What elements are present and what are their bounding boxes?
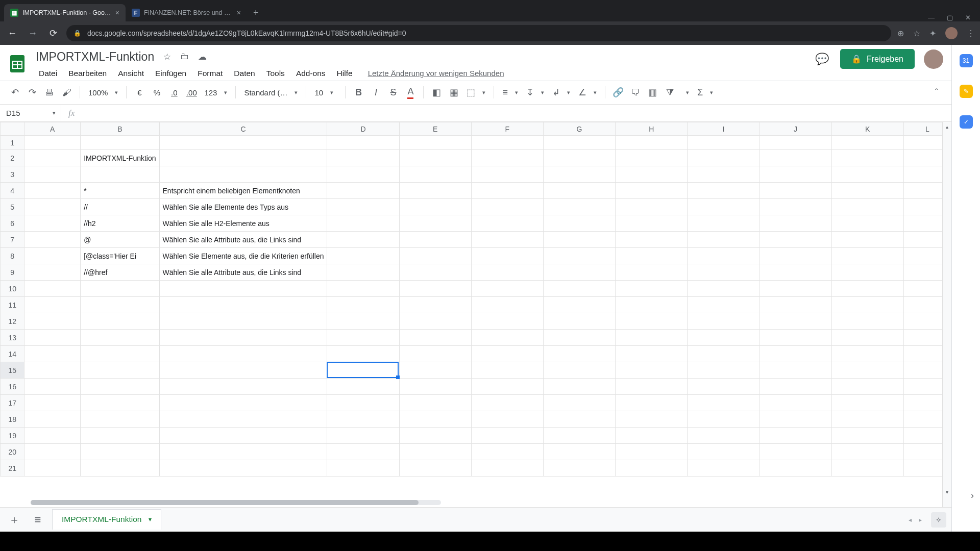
cell[interactable] [81, 379, 159, 395]
comments-button[interactable]: 💬 [814, 51, 831, 68]
cell[interactable] [543, 281, 615, 297]
strikethrough-button[interactable]: S [385, 84, 401, 101]
star-icon[interactable]: ☆ [163, 52, 171, 62]
cell[interactable] [399, 248, 471, 264]
cell[interactable] [471, 199, 543, 215]
cell[interactable] [327, 264, 399, 281]
cell[interactable] [159, 346, 327, 362]
cell[interactable] [399, 264, 471, 281]
last-edit-link[interactable]: Letzte Änderung vor wenigen Sekunden [368, 67, 504, 80]
close-icon[interactable]: × [115, 9, 119, 17]
cell[interactable] [543, 166, 615, 183]
cell[interactable] [831, 232, 903, 248]
extensions-icon[interactable]: ✦ [929, 29, 936, 38]
cell[interactable] [616, 379, 688, 395]
cell[interactable] [760, 248, 831, 264]
row-header[interactable]: 2 [1, 150, 24, 166]
cell[interactable] [543, 411, 615, 428]
cell[interactable] [543, 136, 615, 150]
cell[interactable] [616, 444, 688, 460]
cell[interactable] [471, 248, 543, 264]
cell[interactable] [688, 395, 760, 411]
cell[interactable] [688, 150, 760, 166]
cell[interactable] [616, 411, 688, 428]
cell[interactable] [471, 264, 543, 281]
cell[interactable] [471, 460, 543, 477]
column-header[interactable]: I [688, 122, 760, 136]
cell[interactable] [471, 411, 543, 428]
cell[interactable] [760, 215, 831, 232]
cell[interactable] [688, 330, 760, 346]
cell[interactable] [24, 379, 81, 395]
menu-format[interactable]: Format [192, 67, 228, 80]
cell[interactable] [24, 248, 81, 264]
cell[interactable] [760, 428, 831, 444]
cell[interactable] [543, 150, 615, 166]
number-format-select[interactable]: 123 [201, 88, 230, 97]
cell[interactable] [760, 183, 831, 199]
cell[interactable] [831, 460, 903, 477]
italic-button[interactable]: I [368, 84, 383, 101]
cell[interactable] [81, 297, 159, 313]
cell[interactable] [616, 346, 688, 362]
menu-data[interactable]: Daten [229, 67, 260, 80]
cell[interactable] [543, 460, 615, 477]
cell[interactable] [471, 166, 543, 183]
cell[interactable] [760, 444, 831, 460]
cell[interactable] [24, 313, 81, 330]
row-header[interactable]: 9 [1, 264, 24, 281]
column-header[interactable]: C [159, 122, 327, 136]
cell[interactable] [399, 150, 471, 166]
profile-avatar-icon[interactable] [945, 27, 958, 39]
sheets-logo-icon[interactable] [6, 49, 29, 78]
row-header[interactable]: 5 [1, 199, 24, 215]
cell[interactable]: Wählen Sie alle H2-Elemente aus [159, 215, 327, 232]
cell[interactable] [159, 460, 327, 477]
column-header[interactable]: J [760, 122, 831, 136]
cell[interactable] [831, 264, 903, 281]
cell[interactable] [399, 166, 471, 183]
cell[interactable] [327, 297, 399, 313]
doc-title[interactable]: IMPORTXML-Funktion [34, 49, 156, 65]
share-button[interactable]: 🔒 Freigeben [840, 49, 915, 69]
cell[interactable] [688, 460, 760, 477]
cell[interactable] [688, 362, 760, 379]
cell[interactable] [471, 297, 543, 313]
cell[interactable] [831, 313, 903, 330]
cell[interactable] [543, 395, 615, 411]
cell[interactable] [471, 281, 543, 297]
select-all-corner[interactable] [1, 122, 24, 136]
sheet-nav-left[interactable]: ◂ [906, 515, 914, 524]
cell[interactable]: Wählen Sie Elemente aus, die die Kriteri… [159, 248, 327, 264]
cell[interactable] [616, 136, 688, 150]
collapse-toolbar-button[interactable]: ˆ [929, 84, 944, 101]
cell[interactable] [616, 232, 688, 248]
cell[interactable]: Wählen Sie alle Attribute aus, die Links… [159, 264, 327, 281]
format-currency-button[interactable]: € [132, 84, 147, 101]
row-header[interactable]: 12 [1, 313, 24, 330]
cell[interactable] [616, 248, 688, 264]
cell[interactable] [327, 215, 399, 232]
cell[interactable] [327, 136, 399, 150]
cell[interactable] [399, 379, 471, 395]
cell[interactable] [159, 150, 327, 166]
cell[interactable] [81, 460, 159, 477]
filter-views-button[interactable] [680, 89, 692, 96]
row-header[interactable]: 16 [1, 379, 24, 395]
cell[interactable] [543, 264, 615, 281]
column-header[interactable]: A [24, 122, 81, 136]
scrollbar-thumb[interactable] [31, 500, 419, 505]
cell[interactable] [24, 444, 81, 460]
minimize-icon[interactable]: — [928, 14, 935, 21]
cell[interactable] [688, 313, 760, 330]
cell[interactable] [399, 199, 471, 215]
cell[interactable] [688, 248, 760, 264]
cell[interactable] [24, 281, 81, 297]
cell[interactable] [688, 297, 760, 313]
cell[interactable] [81, 330, 159, 346]
functions-button[interactable]: Σ [694, 87, 716, 98]
cell[interactable] [471, 150, 543, 166]
menu-file[interactable]: Datei [34, 67, 62, 80]
menu-edit[interactable]: Bearbeiten [63, 67, 112, 80]
row-header[interactable]: 6 [1, 215, 24, 232]
